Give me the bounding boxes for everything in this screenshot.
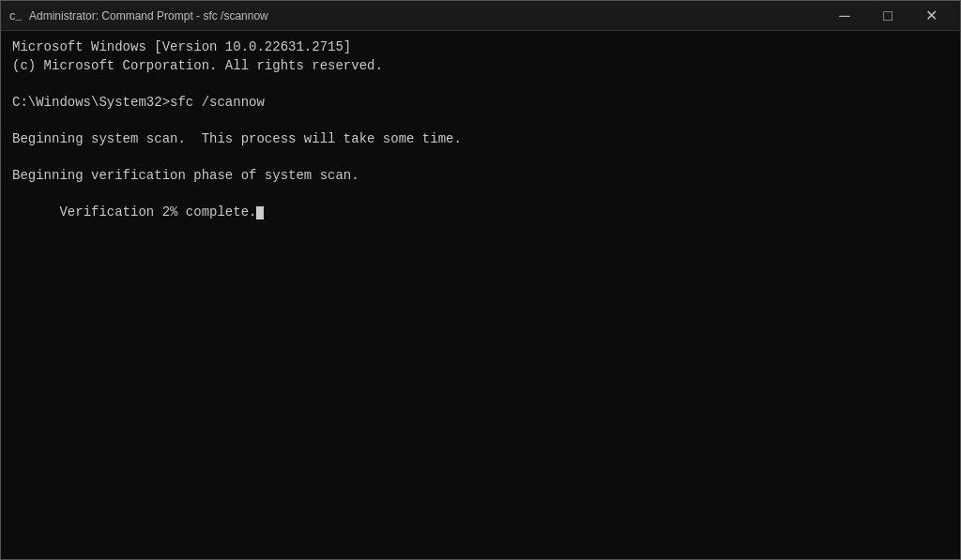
cmd-window: C_ Administrator: Command Prompt - sfc /… [0, 0, 961, 560]
terminal-body[interactable]: Microsoft Windows [Version 10.0.22631.27… [1, 31, 960, 559]
window-title: Administrator: Command Prompt - sfc /sca… [29, 9, 823, 23]
terminal-line-active: Verification 2% complete. [12, 186, 949, 241]
svg-text:C_: C_ [9, 11, 23, 23]
terminal-line [12, 149, 949, 168]
terminal-line: Beginning verification phase of system s… [12, 167, 949, 186]
terminal-line [12, 112, 949, 130]
cursor [256, 206, 264, 219]
terminal-line: Microsoft Windows [Version 10.0.22631.27… [12, 38, 949, 57]
close-button[interactable]: ✕ [909, 1, 953, 31]
minimize-button[interactable]: ─ [823, 1, 866, 31]
title-bar: C_ Administrator: Command Prompt - sfc /… [1, 1, 960, 31]
terminal-line: Beginning system scan. This process will… [12, 130, 949, 149]
cmd-icon: C_ [8, 8, 23, 23]
terminal-line: C:\Windows\System32>sfc /scannow [12, 94, 949, 113]
maximize-button[interactable]: □ [866, 1, 909, 31]
terminal-line: (c) Microsoft Corporation. All rights re… [12, 57, 949, 76]
terminal-line [12, 75, 949, 94]
window-controls: ─ □ ✕ [823, 1, 953, 31]
